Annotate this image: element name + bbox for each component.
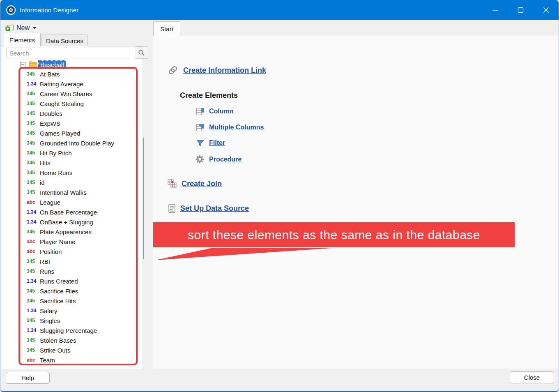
tree-item[interactable]: 345 Singles — [1, 316, 137, 325]
create-join-icon — [168, 179, 177, 188]
tree-item[interactable]: 345 Intentional Walks — [1, 187, 137, 197]
tree-item[interactable]: 345 Grounded Into Double Play — [1, 138, 137, 148]
tree-item[interactable]: 1.34 Salary — [1, 306, 137, 316]
data-type-icon: 345 — [27, 180, 39, 185]
data-type-icon: abc — [27, 249, 39, 254]
tree-item[interactable]: 345 RBI — [1, 256, 137, 266]
data-type-icon: 345 — [27, 101, 39, 106]
tree-item[interactable]: abc Player Name — [1, 237, 137, 247]
filter-link[interactable]: Filter — [209, 139, 225, 147]
tree-item[interactable]: 345 Sacrifice Flies — [1, 286, 137, 296]
tree-item-label: Grounded Into Double Play — [40, 140, 114, 147]
data-type-icon: 1.34 — [27, 209, 39, 215]
tree-item-label: Plate Appearences — [40, 228, 92, 235]
tree-item[interactable]: 345 Plate Appearences — [1, 227, 137, 237]
tree-item[interactable]: abc Position — [1, 247, 137, 256]
close-icon — [543, 7, 549, 13]
tree-item[interactable]: abc Team — [1, 355, 137, 365]
close-window-button[interactable] — [533, 0, 559, 20]
tab-start[interactable]: Start — [153, 21, 180, 36]
data-type-icon: 345 — [27, 71, 39, 77]
tree-item-label: Singles — [40, 317, 60, 324]
start-pane: Start Create Information Link Create Ele… — [153, 20, 559, 369]
collapse-expander-icon[interactable] — [20, 62, 25, 67]
search-icon — [138, 49, 145, 56]
data-type-icon: 345 — [27, 318, 39, 323]
tree-item-label: Hit By Pitch — [40, 150, 72, 157]
tree-item[interactable]: 1.34 Slugging Percentage — [1, 325, 137, 335]
tree-item[interactable]: 345 ExpWS — [1, 118, 137, 128]
help-button[interactable]: Help — [6, 372, 50, 384]
data-type-icon: abc — [27, 199, 39, 205]
maximize-button[interactable] — [508, 0, 533, 20]
tree-root-row[interactable]: Baseball — [1, 60, 66, 69]
minimize-button[interactable] — [482, 0, 508, 20]
column-link[interactable]: Column — [209, 108, 234, 115]
create-join-link[interactable]: Create Join — [182, 180, 222, 188]
tree-item[interactable]: 345 Games Played — [1, 128, 137, 138]
data-source-icon — [168, 204, 175, 213]
tree-item-label: On Base Percentage — [40, 209, 97, 216]
tree-item-label: RBI — [40, 258, 50, 265]
tree-item[interactable]: abc League — [1, 197, 137, 207]
tree-item[interactable]: 345 id — [1, 178, 137, 187]
tab-elements[interactable]: Elements — [4, 33, 41, 46]
data-type-icon: 1.34 — [27, 308, 39, 314]
tree-item[interactable]: 1.34 Runs Created — [1, 276, 137, 286]
tree-item[interactable]: 345 Career Win Shares — [1, 89, 137, 99]
create-information-link[interactable]: Create Information Link — [183, 66, 266, 75]
title-bar: Information Designer — [0, 0, 559, 20]
tree-item[interactable]: 345 Stolen Bases — [1, 335, 137, 345]
data-type-icon: abc — [27, 239, 39, 244]
tree-item[interactable]: 345 Hit By Pitch — [1, 148, 137, 158]
tree-item-label: ExpWS — [40, 120, 60, 127]
data-type-icon: 1.34 — [27, 81, 39, 87]
information-link-icon — [168, 65, 178, 76]
tree-item-label: At Bats — [40, 71, 60, 78]
data-type-icon: 1.34 — [27, 278, 39, 284]
tree-item-label: Caught Stealing — [40, 100, 84, 107]
data-type-icon: 345 — [27, 288, 39, 294]
tree-item[interactable]: 1.34 On Base Percentage — [1, 207, 137, 217]
tree-item-label: Sacrifice Hits — [40, 297, 76, 304]
search-input[interactable] — [7, 48, 130, 58]
tree-item[interactable]: 345 Sacrifice Hits — [1, 296, 137, 306]
data-type-icon: 345 — [27, 140, 39, 146]
tree-item[interactable]: 345 Runs — [1, 266, 137, 276]
tree-item-label: Slugging Percentage — [40, 327, 97, 334]
tree-item[interactable]: 345 Home Runs — [1, 168, 137, 178]
tree-item[interactable]: 345 Strike Outs — [1, 345, 137, 355]
new-button[interactable]: New — [4, 23, 38, 33]
tree-item-label: Stolen Bases — [40, 337, 76, 344]
filter-icon — [196, 140, 204, 147]
tree-item[interactable]: 1.34 OnBase + Slugging — [1, 217, 137, 227]
tree-item-label: Hits — [40, 159, 51, 166]
tree-item-label: id — [40, 179, 45, 186]
tree-scrollbar[interactable] — [143, 138, 144, 259]
minimize-icon — [492, 7, 498, 13]
tree-item[interactable]: 345 Doubles — [1, 108, 137, 118]
data-type-icon: 345 — [27, 268, 39, 274]
tab-data-sources[interactable]: Data Sources — [41, 35, 88, 46]
tree-item[interactable]: 345 At Bats — [1, 69, 137, 79]
set-up-data-source-link[interactable]: Set Up Data Source — [180, 204, 249, 213]
annotation-banner-text: sort these elements as the same as in th… — [188, 228, 480, 242]
close-button[interactable]: Close — [510, 371, 554, 383]
tree-item[interactable]: 1.34 Batting Average — [1, 79, 137, 89]
tree-item-label: Career Win Shares — [40, 90, 92, 97]
tree-item-label: Player Name — [40, 238, 76, 245]
tree-item-label: Runs — [40, 268, 54, 275]
new-item-icon — [5, 24, 14, 32]
data-type-icon: abc — [27, 357, 39, 363]
data-type-icon: 1.34 — [27, 327, 39, 333]
element-list: 345 At Bats 1.34 Batting Average 345 Car… — [1, 69, 137, 365]
tree-item[interactable]: 345 Hits — [1, 158, 137, 168]
search-button[interactable] — [135, 46, 148, 59]
app-logo-icon — [6, 5, 16, 15]
tree-item[interactable]: 345 Caught Stealing — [1, 99, 137, 108]
procedure-link[interactable]: Procedure — [209, 156, 242, 163]
column-icon — [196, 108, 204, 115]
data-type-icon: 345 — [27, 170, 39, 175]
tree-root-label[interactable]: Baseball — [39, 61, 66, 69]
multiple-columns-link[interactable]: Multiple Columns — [209, 124, 264, 131]
